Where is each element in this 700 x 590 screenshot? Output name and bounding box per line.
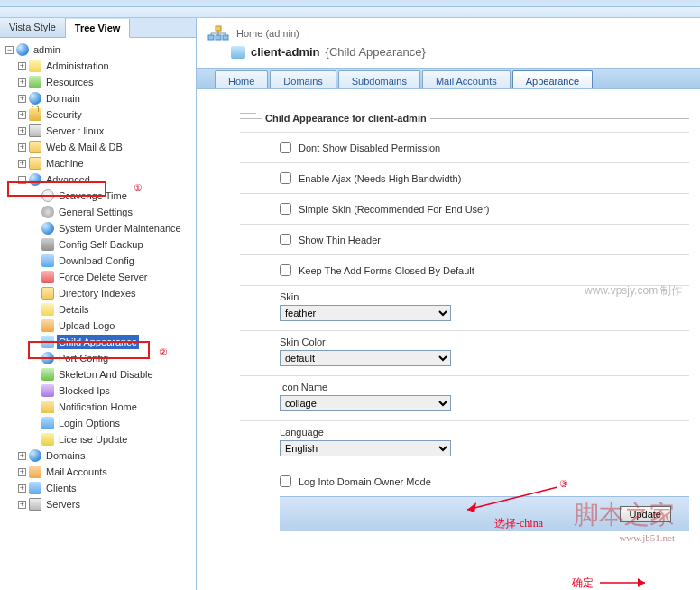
navtab-home[interactable]: Home bbox=[215, 70, 268, 88]
upload-icon bbox=[41, 319, 54, 332]
tree-node-notification[interactable]: Notification Home bbox=[29, 399, 194, 415]
tree-node-details[interactable]: Details bbox=[29, 301, 194, 318]
form-child-appearance: Child Appearance for client-admin Dont S… bbox=[197, 89, 700, 549]
tree-node-maintenance[interactable]: System Under Maintenance bbox=[29, 220, 194, 236]
svg-rect-3 bbox=[223, 35, 228, 40]
tree-node-administration[interactable]: +Administration bbox=[16, 58, 194, 74]
tree-node-domains-root[interactable]: +Domains bbox=[16, 447, 194, 464]
tree-node-blocked[interactable]: Blocked Ips bbox=[29, 383, 194, 399]
page-title: client-admin {Child Appearance} bbox=[197, 43, 700, 68]
svg-rect-0 bbox=[216, 26, 221, 31]
tree-node-admin[interactable]: −admin bbox=[4, 41, 194, 58]
tree-node-childappearance[interactable]: Child Appearance bbox=[29, 334, 194, 350]
checkbox-keep-closed[interactable] bbox=[280, 264, 291, 276]
tree-node-login[interactable]: Login Options bbox=[29, 415, 194, 431]
tree-node-forcedelete[interactable]: Force Delete Server bbox=[29, 269, 194, 285]
navtab-appearance[interactable]: Appearance bbox=[512, 70, 593, 88]
lock-icon bbox=[29, 108, 41, 121]
tree-view: −admin +Administration +Resources +Domai… bbox=[0, 38, 196, 590]
breadcrumb-home[interactable]: Home (admin) bbox=[236, 28, 299, 39]
fieldset-legend: Child Appearance for client-admin bbox=[240, 107, 689, 119]
tree-node-security[interactable]: +Security bbox=[16, 106, 194, 123]
row-skin: Skin feather bbox=[240, 285, 689, 330]
tree-node-portconfig[interactable]: Port Config bbox=[29, 350, 194, 366]
servers-icon bbox=[29, 498, 41, 511]
mail-icon bbox=[29, 466, 41, 478]
navtab-mail[interactable]: Mail Accounts bbox=[422, 70, 511, 88]
tab-vista-style[interactable]: Vista Style bbox=[0, 18, 66, 37]
tree-node-uploadlogo[interactable]: Upload Logo bbox=[29, 318, 194, 334]
navtab-domains[interactable]: Domains bbox=[270, 70, 336, 88]
globe-icon bbox=[29, 92, 41, 105]
annotation-num-3: ③ bbox=[559, 478, 568, 490]
tree-node-skeleton[interactable]: Skeleton And Disable bbox=[29, 366, 194, 383]
tree-node-domain[interactable]: +Domain bbox=[16, 90, 194, 106]
key-icon bbox=[41, 433, 54, 446]
svg-rect-1 bbox=[208, 35, 214, 40]
org-chart-icon bbox=[207, 25, 229, 41]
clock-icon bbox=[41, 189, 54, 202]
annotation-num-1: ① bbox=[134, 182, 143, 194]
select-skin[interactable]: feather bbox=[280, 305, 451, 321]
checkbox-simple-skin[interactable] bbox=[280, 203, 291, 215]
update-button[interactable]: Update bbox=[620, 506, 671, 522]
tree-node-general[interactable]: General Settings bbox=[29, 204, 194, 220]
label-skin: Skin bbox=[280, 291, 689, 302]
annotation-arrow-update bbox=[598, 576, 652, 590]
person-icon bbox=[29, 60, 41, 72]
tree-node-webmail[interactable]: +Web & Mail & DB bbox=[16, 139, 194, 155]
tab-tree-view[interactable]: Tree View bbox=[66, 19, 131, 38]
tree-node-resources[interactable]: +Resources bbox=[16, 74, 194, 90]
tree-node-backup[interactable]: Config Self Backup bbox=[29, 236, 194, 253]
row-disabled-permission: Dont Show Disabled Permission bbox=[240, 132, 689, 162]
sidebar-tabs: Vista Style Tree View bbox=[0, 18, 196, 38]
delete-icon bbox=[41, 271, 54, 283]
sidebar: Vista Style Tree View −admin +Administra… bbox=[0, 18, 197, 590]
tree-node-scavenge[interactable]: Scavenge Time bbox=[29, 188, 194, 204]
navtab-subdomains[interactable]: Subdomains bbox=[338, 70, 420, 88]
skeleton-icon bbox=[41, 368, 54, 381]
tree-node-download[interactable]: Download Config bbox=[29, 253, 194, 269]
label-log-domain-owner: Log Into Domain Owner Mode bbox=[299, 476, 431, 487]
checkbox-log-domain-owner[interactable] bbox=[280, 475, 291, 487]
tree-node-license[interactable]: License Update bbox=[29, 431, 194, 447]
details-icon bbox=[41, 303, 54, 316]
select-skin-color[interactable]: default bbox=[280, 350, 451, 366]
button-row: Update bbox=[280, 496, 689, 531]
label-simple-skin: Simple Skin (Recommended For End User) bbox=[299, 204, 490, 215]
tree-node-server[interactable]: +Server : linux bbox=[16, 123, 194, 139]
checkbox-thin-header[interactable] bbox=[280, 234, 291, 245]
checkbox-disabled-permission[interactable] bbox=[280, 142, 291, 153]
login-icon bbox=[41, 417, 54, 429]
appearance-icon bbox=[41, 336, 54, 348]
gear-icon bbox=[41, 206, 54, 218]
checkbox-enable-ajax[interactable] bbox=[280, 172, 291, 184]
label-disabled-permission: Dont Show Disabled Permission bbox=[299, 143, 440, 153]
tree-node-mailaccounts[interactable]: +Mail Accounts bbox=[16, 464, 194, 480]
globe-icon bbox=[29, 449, 41, 462]
label-language: Language bbox=[280, 427, 689, 438]
select-language[interactable]: English bbox=[280, 440, 451, 456]
tree-node-advanced[interactable]: −Advanced bbox=[16, 171, 194, 188]
svg-marker-7 bbox=[638, 578, 645, 587]
folder-icon bbox=[29, 157, 41, 170]
select-icon-name[interactable]: collage bbox=[280, 395, 451, 411]
breadcrumb-sep: | bbox=[308, 28, 310, 39]
download-icon bbox=[41, 254, 54, 267]
top-bar bbox=[0, 0, 700, 7]
label-enable-ajax: Enable Ajax (Needs High Bandwidth) bbox=[299, 173, 461, 184]
row-thin-header: Show Thin Header bbox=[240, 224, 689, 254]
tree-node-dirindex[interactable]: Directory Indexes bbox=[29, 285, 194, 301]
tree-node-clients[interactable]: +Clients bbox=[16, 480, 194, 496]
content-area: Home (admin) | client-admin {Child Appea… bbox=[197, 18, 700, 590]
label-keep-closed: Keep The Add Forms Closed By Default bbox=[299, 265, 474, 276]
tree-node-machine[interactable]: +Machine bbox=[16, 155, 194, 171]
svg-rect-2 bbox=[216, 35, 221, 40]
folder-icon bbox=[41, 287, 54, 300]
label-thin-header: Show Thin Header bbox=[299, 235, 381, 245]
label-icon-name: Icon Name bbox=[280, 382, 689, 392]
nav-tabs: Home Domains Subdomains Mail Accounts Ap… bbox=[197, 68, 700, 89]
row-icon-name: Icon Name collage bbox=[240, 375, 689, 420]
breadcrumb: Home (admin) | bbox=[197, 18, 700, 43]
tree-node-servers[interactable]: +Servers bbox=[16, 496, 194, 512]
